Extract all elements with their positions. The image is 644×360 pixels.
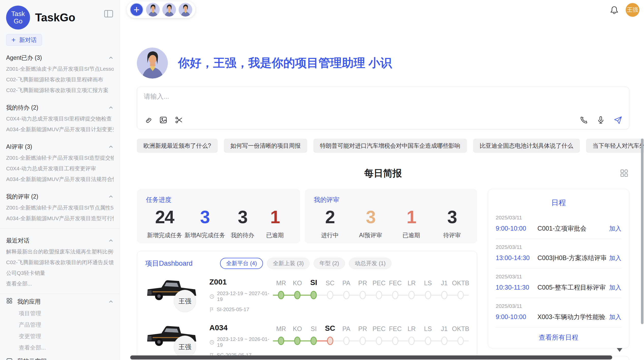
schedule-item: 2025/03/11 9:00-10:00 C001-立项审批会 加入	[496, 209, 621, 239]
milestone-label: MR	[276, 322, 286, 335]
milestone-OKTB: OKTB	[452, 322, 469, 347]
app-title: TaskGo	[35, 11, 75, 24]
sidebar-item-cloud-space-icon[interactable]: 我的云空间	[6, 355, 114, 360]
stat-label: 待评审	[437, 231, 467, 239]
conversation-item[interactable]: C02-飞腾新能源轻客改款项目立项汇报方案	[6, 85, 114, 96]
recent-chat-item[interactable]: 查看全部...	[6, 278, 114, 289]
agent-avatar[interactable]	[146, 3, 160, 17]
chevron-up-icon	[108, 194, 114, 199]
join-meeting-link[interactable]: 加入	[609, 283, 621, 292]
conversation-item[interactable]: A034-全新新能源MUV产品开发项目计划变更变更编写	[6, 124, 114, 135]
stat-value: 3	[356, 207, 386, 227]
suggestion-chip[interactable]: 欧洲新规最近颁布了什么?	[137, 139, 218, 153]
stat-label: AI预评审	[356, 231, 386, 239]
suggestion-chip[interactable]: 比亚迪全固态电池计划具体说了什么	[473, 139, 580, 153]
suggestion-chip[interactable]: 如何写一份清晰的项目周报	[224, 139, 307, 153]
milestone-SI: SI	[305, 277, 322, 301]
join-meeting-link[interactable]: 加入	[609, 224, 621, 233]
my-apps-label: 我的应用	[17, 298, 104, 306]
scissors-icon[interactable]	[175, 116, 183, 124]
milestone-OKTB: OKTB	[452, 277, 469, 301]
conversation-item[interactable]: C02-飞腾新能源轻客改款项目里程碑画布	[6, 74, 114, 85]
dashboard-filter-pill[interactable]: 年型 (2)	[314, 258, 345, 269]
app-window: Task Go TaskGo + 新对话 Agent已办 (3) Z001-全新…	[0, 0, 644, 360]
image-icon[interactable]	[159, 116, 168, 124]
stat-metric: 24 新增完成任务	[147, 207, 182, 239]
milestone-J1: J1	[436, 277, 452, 301]
scroll-down-arrow[interactable]	[617, 348, 622, 352]
chevron-up-icon	[108, 105, 114, 110]
stat-value: 3	[437, 207, 467, 227]
divider	[0, 294, 120, 294]
sidebar-section-header[interactable]: Agent已办 (3)	[6, 52, 114, 64]
dashboard-filter-pill[interactable]: 动总开发 (1)	[349, 258, 391, 269]
agent-avatar[interactable]	[179, 3, 192, 17]
conversation-item[interactable]: C0X4-动力总成开发项目SI里程碑提交物检查	[6, 113, 114, 124]
conversation-item[interactable]: C0X4-动力总成开发项目工程变更评审	[6, 163, 114, 174]
dashboard-filter-pill[interactable]: 全新上装 (3)	[267, 258, 310, 269]
recent-chats-header[interactable]: 最近对话	[6, 235, 114, 246]
sidebar-section-header[interactable]: 我的待办 (2)	[6, 102, 114, 113]
suggestion-chip[interactable]: 当下年轻人对汽车外观有怎样的喜好趋势	[586, 139, 644, 153]
recent-chat-item[interactable]: C02-飞腾新能源轻客改款项目的闭环通告反馈情况	[6, 257, 114, 268]
conversation-item[interactable]: Z001-全新燃油轻卡产品开发项目SI节点属性5D文件评审	[6, 202, 114, 213]
milestone-LR: LR	[403, 277, 420, 301]
milestone-PR: PR	[355, 322, 371, 347]
milestone-label: SC	[326, 277, 334, 289]
sidebar-section-header[interactable]: 我的评审 (2)	[6, 191, 114, 202]
join-meeting-link[interactable]: 加入	[609, 254, 621, 262]
microphone-icon[interactable]	[596, 116, 605, 124]
milestone-dot	[311, 291, 317, 299]
sidebar-collapse-icon[interactable]	[104, 10, 113, 19]
milestone-dot	[278, 337, 284, 345]
app-sub-item[interactable]: 项目管理	[6, 308, 114, 319]
sidebar-section-title: 我的评审 (2)	[6, 193, 38, 201]
app-sub-item[interactable]: 产品管理	[6, 319, 114, 331]
sidebar-item-my-apps[interactable]: 我的应用	[6, 295, 114, 308]
vertical-scrollbar[interactable]	[641, 139, 643, 324]
conversation-item[interactable]: A034-全新新能源MUV产品开发项目造型可行性评审	[6, 213, 114, 224]
view-all-schedule-link[interactable]: 查看所有日程	[496, 327, 621, 348]
user-avatar[interactable]: 王强	[626, 3, 639, 17]
recent-chat-item[interactable]: 公司Q3轻卡销量	[6, 268, 114, 278]
logo-text-bottom: Go	[14, 18, 23, 25]
stat-label: 进行中	[315, 231, 345, 239]
sidebar-section: 我的评审 (2) Z001-全新燃油轻卡产品开发项目SI节点属性5D文件评审A0…	[6, 191, 114, 224]
project-row[interactable]: 王强 Z001 2023-12-19 ~ 2027-01-19 SI-2025-…	[145, 277, 469, 315]
phone-icon[interactable]	[580, 116, 588, 124]
project-row[interactable]: 王强 A034 2023-12-19 ~ 2026-01-19 SC-2025-…	[145, 322, 469, 360]
attachment-icon[interactable]	[144, 116, 152, 124]
milestone-FEC: FEC	[387, 322, 403, 347]
suggestion-chip[interactable]: 特朗普可能对进口汽车增税会对中国车企造成哪些影响	[313, 139, 467, 153]
join-meeting-link[interactable]: 加入	[609, 313, 621, 321]
milestone-label: PA	[342, 277, 350, 289]
stat-value: 3	[228, 207, 258, 227]
milestone-label: PEC	[372, 322, 385, 335]
schedule-date: 2025/03/11	[496, 303, 621, 309]
horizontal-scrollbar[interactable]	[130, 355, 612, 359]
app-sub-item[interactable]: 变更管理	[6, 331, 114, 342]
milestone-dot	[359, 291, 366, 299]
conversation-item[interactable]: Z001-全新燃油皮卡产品开发项目SI节点Lesson Learn报告	[6, 64, 114, 74]
app-sub-item[interactable]: 查看全部...	[6, 342, 114, 353]
layout-grid-icon[interactable]	[620, 169, 629, 179]
recent-chat-item[interactable]: 解释最新出台的欧盟报废车法规再生塑料比例被调至15%...	[6, 246, 114, 257]
dashboard-filters: 全新平台 (4)全新上装 (3)年型 (2)动总开发 (1)	[220, 258, 391, 269]
send-icon[interactable]	[613, 115, 622, 125]
sidebar-section-header[interactable]: AI评审 (3)	[6, 141, 114, 153]
chat-input[interactable]	[144, 92, 622, 115]
conversation-item[interactable]: Z001-全新燃油轻卡产品开发项目SI造型提交物评审	[6, 153, 114, 163]
new-chat-button[interactable]: + 新对话	[6, 34, 42, 46]
schedule-date: 2025/03/11	[496, 244, 621, 250]
logo-text-top: Task	[11, 10, 25, 18]
conversation-item[interactable]: A034-全新新能源MUV产品开发项目法规符合性评审	[6, 174, 114, 185]
add-agent-button[interactable]: +	[130, 3, 143, 17]
daily-briefing-title: 每日简报	[364, 167, 402, 180]
notification-bell-icon[interactable]	[610, 5, 619, 14]
milestone-PEC: PEC	[371, 322, 387, 347]
dashboard-filter-pill[interactable]: 全新平台 (4)	[220, 258, 263, 269]
milestone-dot	[425, 291, 431, 299]
sidebar-section: AI评审 (3) Z001-全新燃油轻卡产品开发项目SI造型提交物评审C0X4-…	[6, 141, 114, 185]
milestone-dot	[343, 291, 349, 299]
agent-avatar[interactable]	[162, 3, 176, 17]
